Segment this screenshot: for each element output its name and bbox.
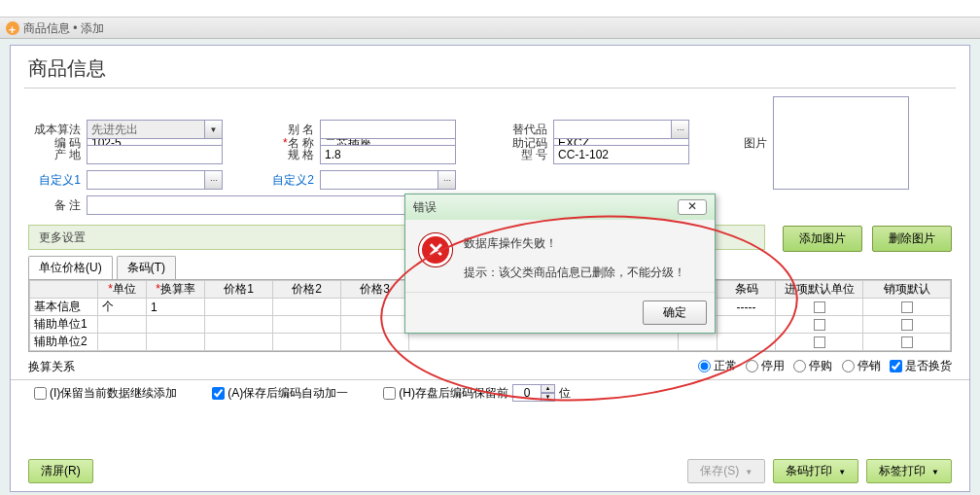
label-custom1: 自定义1 [28,172,87,189]
spinner-down-icon[interactable]: ▼ [542,393,555,402]
model-input[interactable] [553,145,689,164]
keep-front-spinner[interactable]: ▲▼ [512,384,555,402]
top-strip [0,0,980,18]
main-panel: 商品信息 编 码 名 称 助记码 图片 成本算法 ▼ [10,45,970,492]
add-image-button[interactable]: 添加图片 [783,226,862,252]
checkbox[interactable] [901,336,913,348]
label-remark: 备 注 [28,197,87,214]
label-substitute: 替代品 [495,122,553,138]
custom1-lookup-icon[interactable]: ⋯ [205,170,223,190]
custom1-input[interactable] [87,170,205,190]
barcode-print-button[interactable]: 条码打印▼ [773,459,858,483]
table-row[interactable]: 辅助单位2 [30,334,951,351]
error-icon: ✕ [419,233,452,266]
conversion-row: 换算关系 正常 停用 停购 停销 是否换货 [11,352,969,379]
checkbox[interactable] [814,301,825,313]
label-model: 型 号 [495,147,553,163]
checkbox[interactable] [814,336,825,348]
checkbox[interactable] [901,301,913,313]
checkbox[interactable] [814,319,825,331]
error-title-bar: 错误 ✕ [405,194,715,220]
status-options: 正常 停用 停购 停销 是否换货 [692,358,952,375]
window-title: 商品信息 • 添加 [23,18,104,39]
check-auto-inc[interactable]: (A)保存后编码自动加一 [212,385,348,402]
radio-normal[interactable]: 正常 [698,358,737,374]
bottom-bar: 清屏(R) 保存(S)▼ 条码打印▼ 标签打印▼ [11,459,969,483]
cost-method-dropdown-icon[interactable]: ▼ [205,120,223,139]
clear-button[interactable]: 清屏(R) [28,459,93,483]
check-keep-front[interactable]: (H)存盘后编码保留前 [383,385,508,402]
page-title: 商品信息 [11,46,969,88]
spec-input[interactable] [320,145,456,164]
label-print-button[interactable]: 标签打印▼ [866,459,952,483]
cost-method-select[interactable] [87,120,205,139]
tab-barcode[interactable]: 条码(T) [117,256,176,279]
add-icon [6,21,19,35]
label-cost-method: 成本算法 [28,122,87,138]
radio-stop-buy[interactable]: 停购 [793,358,832,374]
image-box [773,96,909,190]
label-custom2: 自定义2 [262,172,320,189]
checkbox[interactable] [901,319,913,331]
tab-unit-price[interactable]: 单位价格(U) [28,256,113,279]
substitute-input[interactable] [553,120,672,139]
label-alias: 别 名 [262,122,320,138]
custom2-lookup-icon[interactable]: ⋯ [438,170,456,190]
origin-input[interactable] [87,145,223,164]
options-row: (I)保留当前数据继续添加 (A)保存后编码自动加一 (H)存盘后编码保留前 ▲… [11,379,969,406]
custom2-input[interactable] [320,170,438,190]
radio-stop-sell[interactable]: 停销 [842,358,881,374]
radio-disabled[interactable]: 停用 [746,358,785,374]
save-button[interactable]: 保存(S)▼ [687,459,765,483]
error-dialog: 错误 ✕ ✕ 数据库操作失败！ 提示：该父类商品信息已删除，不能分级！ 确定 [404,194,716,334]
error-ok-button[interactable]: 确定 [643,301,707,325]
check-keep-add[interactable]: (I)保留当前数据继续添加 [34,385,177,402]
close-icon[interactable]: ✕ [678,199,707,215]
spinner-up-icon[interactable]: ▲ [542,384,555,393]
check-swap[interactable]: 是否换货 [890,358,952,374]
substitute-lookup-icon[interactable]: ⋯ [672,120,689,139]
delete-image-button[interactable]: 删除图片 [872,226,952,252]
alias-input[interactable] [320,120,456,139]
label-origin: 产 地 [28,147,87,163]
label-spec: 规 格 [262,147,320,163]
label-image: 图片 [738,135,773,152]
error-text: 数据库操作失败！ 提示：该父类商品信息已删除，不能分级！ [464,233,685,282]
window-title-bar: 商品信息 • 添加 [0,18,980,39]
